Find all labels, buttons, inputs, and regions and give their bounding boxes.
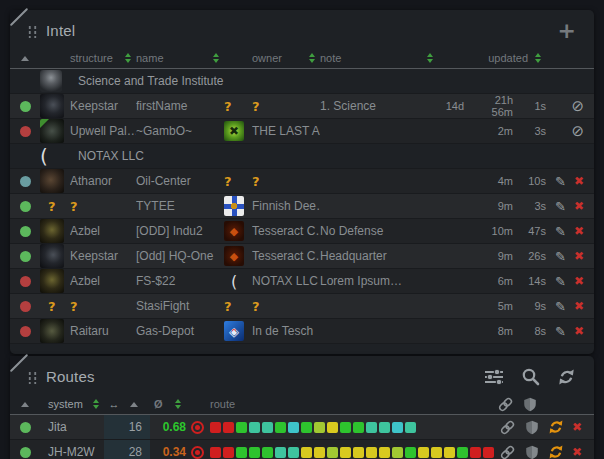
route-system-square-lime[interactable] xyxy=(314,422,325,433)
add-structure-button[interactable]: + xyxy=(554,23,580,39)
delete-x-icon[interactable]: ✖ xyxy=(574,274,584,288)
edit-pencil-icon[interactable]: ✎ xyxy=(555,274,566,289)
column-label: Ø xyxy=(154,398,163,410)
status-cell xyxy=(10,276,40,287)
route-system-square-teal[interactable] xyxy=(366,422,377,433)
delete-x-icon[interactable]: ✖ xyxy=(574,299,584,313)
route-system-square-green[interactable] xyxy=(405,447,416,458)
route-system-square-yellow[interactable] xyxy=(366,447,377,458)
route-system-square-red[interactable] xyxy=(483,447,494,458)
delete-x-icon[interactable]: ✖ xyxy=(574,324,584,338)
routes-panel-header: Routes xyxy=(10,356,594,394)
route-system-square-yellow[interactable] xyxy=(353,447,364,458)
edit-pencil-icon[interactable]: ✎ xyxy=(555,324,566,339)
column-header-note[interactable]: note xyxy=(320,52,438,64)
drag-handle-icon[interactable] xyxy=(26,24,37,38)
intel-structure-row[interactable]: RaitaruGas-Depot◈In de Tesch8m8s✎✖ xyxy=(10,319,594,344)
refresh-route-icon[interactable] xyxy=(548,444,564,459)
route-system-square-red[interactable] xyxy=(210,422,221,433)
route-system-square-green[interactable] xyxy=(353,422,364,433)
route-system-square-yellow[interactable] xyxy=(379,447,390,458)
edit-pencil-icon[interactable]: ✎ xyxy=(555,224,566,239)
route-system-square-yellow[interactable] xyxy=(314,447,325,458)
connection-link-icon[interactable] xyxy=(499,419,516,436)
connection-link-icon[interactable] xyxy=(497,396,514,413)
route-system-square-red[interactable] xyxy=(223,422,234,433)
route-system-square-teal[interactable] xyxy=(405,422,416,433)
route-row[interactable]: JH-M2W280.34✖ xyxy=(10,440,594,459)
column-sorted-asc-icon[interactable] xyxy=(10,402,40,407)
note-text: Headquarter xyxy=(320,249,438,263)
intel-structure-row[interactable]: Keepstar[Odd] HQ-One◆Tesseract C…Headqua… xyxy=(10,244,594,269)
connection-link-icon[interactable] xyxy=(499,444,516,459)
intel-structure-row[interactable]: AthanorOil-Center??4m10s✎✖ xyxy=(10,169,594,194)
intel-structure-row[interactable]: Azbel[ODD] Indu2◆Tesseract C…No Defense1… xyxy=(10,219,594,244)
route-system-square-yellow[interactable] xyxy=(340,447,351,458)
route-system-square-green[interactable] xyxy=(236,422,247,433)
refresh-route-icon[interactable] xyxy=(548,419,564,435)
drag-handle-icon[interactable] xyxy=(26,370,37,384)
route-system-square-green[interactable] xyxy=(249,447,260,458)
route-system-square-yellow[interactable] xyxy=(444,447,455,458)
intel-structure-row[interactable]: ??TYTEEFinnish Dee…9m3s✎✖ xyxy=(10,194,594,219)
route-system-square-lime[interactable] xyxy=(392,447,403,458)
column-header-jumps[interactable]: ↔ xyxy=(104,394,150,414)
route-system-square-green[interactable] xyxy=(236,447,247,458)
route-system-square-cyan[interactable] xyxy=(288,422,299,433)
route-system-square-red[interactable] xyxy=(223,447,234,458)
intel-structure-row[interactable]: AzbelFS-$22(NOTAX LLCLorem Ipsum…6m14s✎✖ xyxy=(10,269,594,294)
intel-structure-row[interactable]: Upwell Pal…~GambO~✖THE LAST A…2m3s⊘ xyxy=(10,119,594,144)
intel-structure-row[interactable]: KeepstarfirstName??1. Science14d21h 56m1… xyxy=(10,94,594,119)
edit-pencil-icon[interactable]: ✎ xyxy=(555,299,566,314)
delete-route-icon[interactable]: ✖ xyxy=(572,445,582,459)
search-icon[interactable] xyxy=(517,367,544,386)
route-system-square-red[interactable] xyxy=(210,447,221,458)
route-system-square-yellow[interactable] xyxy=(327,422,338,433)
edit-pencil-icon[interactable]: ✎ xyxy=(555,249,566,264)
route-settings-icon[interactable] xyxy=(480,369,508,385)
route-system-square-yellow[interactable] xyxy=(418,447,429,458)
safety-shield-icon[interactable] xyxy=(522,396,538,413)
column-header-name[interactable]: name xyxy=(136,52,224,64)
delete-x-icon[interactable]: ✖ xyxy=(574,224,584,238)
route-system-square-green[interactable] xyxy=(340,422,351,433)
updated-segment: 8m xyxy=(487,325,513,337)
route-system-square-green[interactable] xyxy=(457,447,468,458)
safety-shield-icon[interactable] xyxy=(524,419,540,436)
edit-pencil-icon[interactable]: ✎ xyxy=(555,199,566,214)
edit-pencil-icon[interactable]: ✎ xyxy=(555,174,566,189)
delete-x-icon[interactable]: ✖ xyxy=(574,174,584,188)
route-system-square-yellow[interactable] xyxy=(301,447,312,458)
column-header-structure[interactable]: structure xyxy=(70,52,136,64)
column-sorted-asc-icon[interactable] xyxy=(10,56,40,61)
column-header-updated[interactable]: updated xyxy=(438,52,546,64)
safety-shield-icon[interactable] xyxy=(524,444,540,459)
route-system-square-cyan[interactable] xyxy=(392,422,403,433)
delete-x-icon[interactable]: ✖ xyxy=(574,199,584,213)
column-header-system[interactable]: system xyxy=(40,398,104,410)
column-header-owner[interactable]: owner xyxy=(252,52,320,64)
owner-image-cell: ? xyxy=(224,99,252,114)
status-cell xyxy=(10,226,40,237)
route-system-square-teal[interactable] xyxy=(379,422,390,433)
route-system-square-yellow[interactable] xyxy=(431,447,442,458)
route-system-square-teal[interactable] xyxy=(262,422,273,433)
intel-structure-row[interactable]: ??StasiFight??5m9s✎✖ xyxy=(10,294,594,319)
route-system-square-lime[interactable] xyxy=(327,447,338,458)
route-system-square-green[interactable] xyxy=(275,422,286,433)
column-header-avg-security[interactable]: Ø xyxy=(150,398,186,410)
route-row[interactable]: Jita160.68✖ xyxy=(10,415,594,440)
intel-group-row[interactable]: (NOTAX LLC xyxy=(10,144,594,169)
route-system-square-teal[interactable] xyxy=(288,447,299,458)
owner-image-cell: ? xyxy=(224,174,252,189)
status-cell xyxy=(10,447,40,458)
delete-route-icon[interactable]: ✖ xyxy=(572,420,582,434)
route-system-square-teal[interactable] xyxy=(249,422,260,433)
delete-x-icon[interactable]: ✖ xyxy=(574,249,584,263)
route-system-square-red[interactable] xyxy=(470,447,481,458)
route-system-square-green[interactable] xyxy=(262,447,273,458)
refresh-icon[interactable] xyxy=(553,368,580,386)
route-system-square-teal[interactable] xyxy=(275,447,286,458)
intel-group-row[interactable]: Science and Trade Institute xyxy=(10,69,594,94)
route-system-square-green[interactable] xyxy=(301,422,312,433)
